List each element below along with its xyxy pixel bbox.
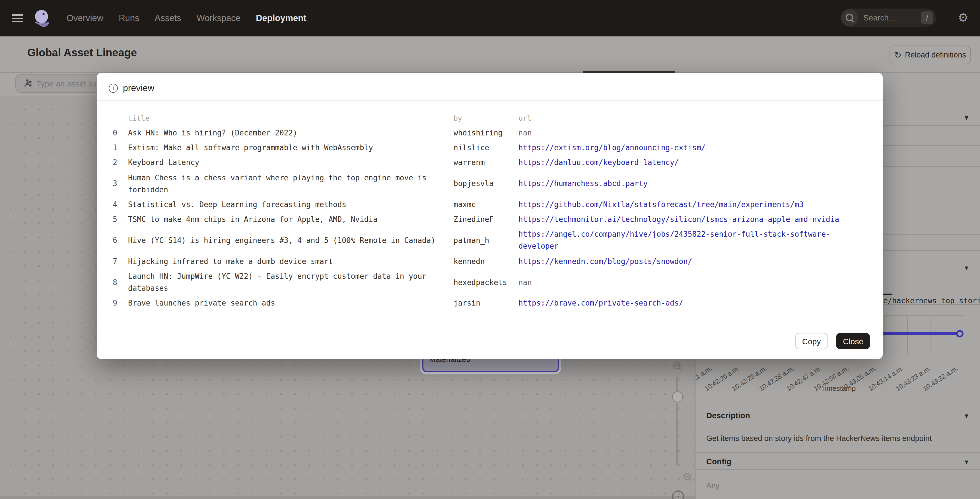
- x-tick-label: 10:42:29 a.m.: [714, 365, 768, 402]
- cell-url-link[interactable]: https://humanchess.abcd.party: [519, 178, 871, 189]
- row-index: 4: [97, 200, 117, 209]
- chart-gridline: [885, 315, 885, 356]
- cell-url-link[interactable]: https://brave.com/private-search-ads/: [519, 297, 871, 309]
- chart-gridline: [930, 315, 931, 356]
- x-tick-label: 10:42:38 a.m.: [742, 365, 795, 402]
- table-row: 7 Hijacking infrared to make a dumb devi…: [97, 254, 883, 269]
- reload-definitions-button[interactable]: ↻ Reload definitions: [889, 46, 971, 64]
- chevron-down-icon[interactable]: ▾: [965, 458, 968, 466]
- nav-item-runs[interactable]: Runs: [119, 13, 139, 23]
- x-tick-label: 10:43:05 a.m.: [824, 365, 877, 402]
- nav-item-deployment[interactable]: Deployment: [256, 13, 306, 23]
- canvas-bottom-edge: [0, 496, 695, 499]
- x-tick-label: 10:42:56 a.m.: [797, 365, 850, 402]
- modal-header-divider: [97, 100, 883, 101]
- info-icon: i: [109, 84, 118, 93]
- chevron-down-icon[interactable]: ▾: [965, 114, 968, 121]
- table-header-row: title by url: [97, 110, 883, 125]
- top-nav: Overview Runs Assets Workspace Deploymen…: [0, 0, 980, 37]
- description-section-header[interactable]: Description: [706, 411, 750, 420]
- zoom-out-icon[interactable]: −: [684, 473, 692, 481]
- nav-item-overview[interactable]: Overview: [67, 13, 103, 23]
- chevron-down-icon[interactable]: ▾: [965, 412, 968, 420]
- cell-url-link[interactable]: https://techmonitor.ai/technology/silico…: [519, 213, 871, 225]
- preview-table: title by url 0 Ask HN: Who is hiring? (D…: [97, 110, 883, 311]
- table-row: 1 Extism: Make all software programmable…: [97, 140, 883, 155]
- row-index: 2: [97, 158, 117, 167]
- cell-url-link[interactable]: https://angel.co/company/hive/jobs/24358…: [519, 229, 871, 252]
- row-index: 0: [97, 128, 117, 137]
- nav-item-assets[interactable]: Assets: [155, 13, 181, 23]
- cell-by: patman_h: [453, 234, 519, 246]
- description-text: Get items based on story ids from the Ha…: [706, 434, 968, 443]
- cell-url: nan: [519, 276, 871, 288]
- cell-url-link[interactable]: https://github.com/Nixtla/statsforecast/…: [519, 199, 871, 211]
- cell-title: TSMC to make 4nm chips in Arizona for Ap…: [128, 213, 453, 225]
- close-button[interactable]: Close: [836, 333, 870, 350]
- search-placeholder: Search...: [863, 13, 921, 22]
- x-tick-label: 10:43:23 a.m.: [878, 365, 932, 402]
- table-row: 4 Statistical vs. Deep Learning forecast…: [97, 197, 883, 212]
- cell-title: Statistical vs. Deep Learning forecastin…: [128, 199, 453, 211]
- chevron-down-icon[interactable]: ▾: [965, 264, 968, 272]
- table-row: 2 Keyboard Latency warrenm https://danlu…: [97, 155, 883, 170]
- column-header-url: url: [519, 112, 871, 124]
- zoom-in-icon[interactable]: +: [673, 362, 681, 370]
- row-index: 5: [97, 215, 117, 224]
- nav-items: Overview Runs Assets Workspace Deploymen…: [67, 13, 307, 23]
- cell-title: Hive (YC S14) is hiring engineers #3, 4 …: [128, 234, 453, 246]
- page-header: Global Asset Lineage ↻ Reload definition…: [0, 37, 980, 73]
- table-row: 0 Ask HN: Who is hiring? (December 2022)…: [97, 125, 883, 140]
- config-value: Any: [706, 482, 720, 490]
- reload-icon: ↻: [894, 51, 902, 59]
- cell-url-link[interactable]: https://danluu.com/keyboard-latency/: [519, 156, 871, 168]
- x-tick-label: 10:42:47 a.m.: [769, 365, 822, 402]
- cell-title: Hijacking infrared to make a dumb device…: [128, 255, 453, 267]
- nav-item-workspace[interactable]: Workspace: [197, 13, 241, 23]
- modal-footer: Copy Close: [795, 333, 870, 350]
- x-axis-label: Timestamp: [776, 385, 901, 393]
- cell-by: ZinedineF: [453, 213, 519, 225]
- chart-endpoint-marker: [956, 330, 964, 337]
- cell-by: whoishiring: [453, 127, 519, 138]
- table-row: 6 Hive (YC S14) is hiring engineers #3, …: [97, 227, 883, 254]
- x-tick-label: 10:43:14 a.m.: [851, 365, 905, 402]
- cell-url-link[interactable]: https://kennedn.com/blog/posts/snowdon/: [519, 255, 871, 267]
- row-index: 3: [97, 179, 117, 188]
- gear-icon[interactable]: ⚙: [958, 11, 969, 23]
- copy-button[interactable]: Copy: [795, 333, 828, 350]
- column-header-by: by: [453, 112, 519, 124]
- zoom-slider-handle[interactable]: [672, 391, 683, 402]
- search-input[interactable]: Search... /: [840, 8, 936, 27]
- search-shortcut-badge: /: [921, 11, 933, 24]
- cell-by: bopjesvla: [453, 178, 519, 189]
- row-index: 6: [97, 236, 117, 245]
- cell-url: nan: [519, 127, 871, 138]
- cell-by: hexedpackets: [453, 276, 519, 288]
- table-row: 8 Launch HN: JumpWire (YC W22) - Easily …: [97, 269, 883, 296]
- row-index: 8: [97, 278, 117, 286]
- cell-by: nilslice: [453, 142, 519, 154]
- table-row: 9 Brave launches private search ads jars…: [97, 296, 883, 311]
- cell-title: Human Chess is a chess variant where pla…: [128, 172, 453, 195]
- hamburger-menu-icon[interactable]: [12, 14, 23, 22]
- cell-by: jarsin: [453, 297, 519, 309]
- zoom-slider-track[interactable]: [676, 377, 678, 466]
- cell-url-link[interactable]: https://extism.org/blog/announcing-extis…: [519, 142, 871, 154]
- asset-filter-placeholder: Type an asset sub: [37, 79, 101, 88]
- chart-gridline: [953, 315, 953, 356]
- source-link[interactable]: e/hackernews_top_stori: [883, 296, 980, 305]
- cell-by: kennedn: [453, 255, 519, 267]
- chart-gridline: [907, 315, 908, 356]
- search-icon: [841, 9, 858, 26]
- modal-header: i preview: [97, 73, 883, 100]
- table-row: 3 Human Chess is a chess variant where p…: [97, 170, 883, 197]
- cell-by: warrenm: [453, 156, 519, 168]
- cell-title: Ask HN: Who is hiring? (December 2022): [128, 127, 453, 138]
- modal-title: preview: [123, 83, 154, 93]
- preview-modal: i preview title by url 0 Ask HN: Who is …: [97, 73, 883, 359]
- cell-title: Keyboard Latency: [128, 156, 453, 168]
- source-link-wrap-fragment: [883, 294, 892, 295]
- dagster-logo-icon[interactable]: [32, 8, 52, 28]
- config-section-header[interactable]: Config: [706, 457, 732, 466]
